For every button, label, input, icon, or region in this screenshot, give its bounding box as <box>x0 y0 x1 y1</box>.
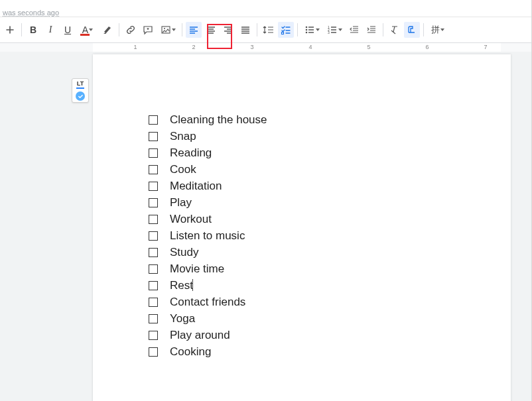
add-button[interactable] <box>2 22 18 38</box>
list-item[interactable]: Study <box>149 244 267 260</box>
ruler-tick: 7 <box>484 44 488 50</box>
image-button[interactable] <box>157 22 178 38</box>
input-tools-button[interactable]: 拼 <box>427 22 448 38</box>
ruler-tick: 1 <box>134 44 137 50</box>
link-button[interactable] <box>123 22 139 38</box>
highlight-button[interactable] <box>100 22 115 38</box>
list-item-text: Cook <box>170 163 196 176</box>
increase-indent-button[interactable] <box>364 22 379 38</box>
decrease-indent-button[interactable] <box>346 22 362 38</box>
list-item[interactable]: Contact friends <box>149 294 267 310</box>
list-item[interactable]: Meditation <box>149 178 267 194</box>
checkbox-icon[interactable] <box>149 165 158 174</box>
align-center-button[interactable] <box>203 22 219 38</box>
checkbox-icon[interactable] <box>149 264 158 274</box>
align-left-button[interactable] <box>186 22 202 38</box>
ruler-tick: 6 <box>426 44 429 50</box>
toolbar: B I U A <box>0 17 531 43</box>
list-item[interactable]: Cook <box>149 161 267 178</box>
list-item[interactable]: Play <box>149 194 267 211</box>
list-item[interactable]: Snap <box>149 128 267 144</box>
list-item[interactable]: Cooking <box>149 343 267 360</box>
svg-text:3: 3 <box>328 30 330 34</box>
separator <box>383 23 383 36</box>
checkbox-icon[interactable] <box>149 115 158 125</box>
language-tool-widget[interactable]: LT <box>72 78 89 103</box>
checkbox-icon[interactable] <box>149 281 158 290</box>
list-item-text: Play around <box>170 329 230 342</box>
list-item-text: Reading <box>170 146 212 160</box>
checklist-button[interactable] <box>278 22 294 38</box>
checkbox-icon[interactable] <box>149 198 158 207</box>
list-item-text: Contact friends <box>170 296 245 309</box>
list-item-text: Yoga <box>170 312 195 325</box>
text-caret <box>192 279 193 291</box>
underline-button[interactable]: U <box>60 22 76 38</box>
list-item-text: Listen to music <box>170 229 245 243</box>
line-spacing-button[interactable] <box>261 22 277 38</box>
list-item[interactable]: Rest <box>149 277 267 294</box>
ruler-tick: 5 <box>367 44 371 50</box>
document-page[interactable]: Cleaning the houseSnapReadingCookMeditat… <box>93 54 511 401</box>
status-bar: was seconds ago <box>0 0 531 17</box>
align-justify-button[interactable] <box>237 22 253 38</box>
checkbox-icon[interactable] <box>149 347 158 357</box>
separator <box>119 23 119 36</box>
separator <box>297 23 298 36</box>
list-item-text: Meditation <box>170 180 222 193</box>
list-item-text: Cleaning the house <box>170 113 267 127</box>
checkbox-icon[interactable] <box>149 331 158 340</box>
clear-format-button[interactable] <box>387 22 403 38</box>
checkbox-icon[interactable] <box>149 182 158 191</box>
list-item[interactable]: Reading <box>149 144 267 161</box>
lt-icon: LT <box>76 80 84 89</box>
list-item-text: Play <box>170 196 192 209</box>
svg-point-5 <box>305 32 307 34</box>
separator <box>21 23 22 36</box>
ruler-tick: 3 <box>251 44 254 50</box>
list-item-text: Workout <box>170 213 212 226</box>
list-item[interactable]: Cleaning the house <box>149 111 267 128</box>
svg-point-3 <box>305 27 307 29</box>
list-item-text: Cooking <box>170 345 211 359</box>
italic-button[interactable]: I <box>42 22 58 38</box>
checkbox-icon[interactable] <box>149 314 158 323</box>
list-item[interactable]: Workout <box>149 211 267 227</box>
paragraph-style-button[interactable] <box>404 22 420 38</box>
ruler-tick: 4 <box>309 44 312 50</box>
checkbox-icon[interactable] <box>149 248 158 257</box>
list-item[interactable]: Movie time <box>149 260 267 277</box>
list-item[interactable]: Play around <box>149 327 267 343</box>
ruler-tick: 2 <box>192 44 196 50</box>
checkbox-icon[interactable] <box>149 132 158 141</box>
list-item-text: Rest <box>170 279 193 292</box>
bold-button[interactable]: B <box>25 22 41 38</box>
bulleted-list-button[interactable] <box>301 22 322 38</box>
svg-rect-2 <box>282 32 284 34</box>
comment-button[interactable] <box>140 22 156 38</box>
separator <box>257 23 257 36</box>
numbered-list-button[interactable]: 123 <box>324 22 345 38</box>
list-item-text: Study <box>170 246 198 259</box>
text-color-button[interactable]: A <box>77 22 98 38</box>
app-window: was seconds ago B I U A <box>0 0 532 401</box>
svg-point-1 <box>164 28 165 29</box>
check-circle-icon <box>76 91 85 101</box>
document-content[interactable]: Cleaning the houseSnapReadingCookMeditat… <box>149 111 267 360</box>
align-right-button[interactable] <box>220 22 236 38</box>
list-item[interactable]: Yoga <box>149 310 267 327</box>
separator <box>423 23 424 36</box>
list-item-text: Movie time <box>170 262 224 276</box>
checkbox-icon[interactable] <box>149 298 158 307</box>
workspace: LT Cleaning the houseSnapReadingCookMedi… <box>0 52 531 401</box>
checkbox-icon[interactable] <box>149 148 158 158</box>
checkbox-icon[interactable] <box>149 215 158 224</box>
checkbox-icon[interactable] <box>149 231 158 241</box>
list-item[interactable]: Listen to music <box>149 227 267 244</box>
list-item-text: Snap <box>170 130 196 143</box>
svg-point-4 <box>305 29 307 31</box>
separator <box>182 23 182 36</box>
status-text: was seconds ago <box>3 9 59 17</box>
